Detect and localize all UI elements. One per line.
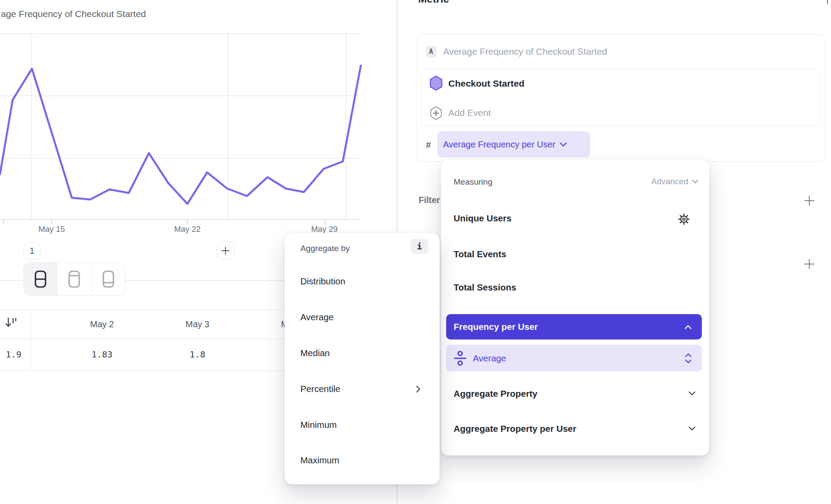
unfold-icon [685, 353, 692, 364]
agg-item-median[interactable]: Median [300, 348, 330, 358]
chevron-down-icon [560, 142, 567, 147]
average-divide-icon [454, 350, 467, 366]
chevron-right-icon [416, 385, 421, 393]
selected-item-label: Frequency per User [454, 322, 538, 332]
table-header-may2[interactable]: May 2 [67, 310, 137, 339]
measure-pill-label: Average Frequency per User [443, 140, 555, 150]
aggregate-property-expand[interactable] [688, 391, 696, 396]
aggregate-property-per-user-expand[interactable] [688, 426, 696, 431]
toggle-bottom-bar[interactable] [92, 262, 125, 295]
add-metric-icon[interactable] [822, 0, 831, 5]
toggle-split-rows[interactable] [24, 262, 57, 295]
add-filter-icon[interactable] [803, 195, 815, 206]
agg-item-percentile[interactable]: Percentile [300, 384, 340, 394]
agg-item-minimum[interactable]: Minimum [300, 420, 337, 430]
layout-bottom-bar-icon [98, 270, 118, 288]
agg-item-maximum[interactable]: Maximum [300, 455, 339, 466]
x-tick-label: May 29 [305, 224, 344, 234]
add-event-label[interactable]: Add Event [448, 108, 491, 118]
chevron-down-icon [688, 391, 696, 396]
agg-item-distribution[interactable]: Distribution [300, 276, 345, 287]
layout-split-horizontal-icon [30, 270, 50, 288]
metric-label-badge: A [426, 46, 436, 57]
advanced-toggle[interactable]: Advanced [651, 177, 699, 186]
menu-item-total-events[interactable]: Total Events [454, 249, 506, 259]
measure-type-prefix: # [426, 140, 431, 150]
advanced-label: Advanced [651, 177, 688, 186]
table-cell-total: 1.9 [0, 339, 27, 371]
table-column-separator [31, 310, 31, 371]
table-sort-button[interactable] [4, 316, 18, 330]
menu-item-aggregate-property-per-user[interactable]: Aggregate Property per User [454, 424, 576, 434]
event-name[interactable]: Checkout Started [448, 78, 525, 89]
measuring-label: Measuring [454, 177, 493, 187]
metric-section-heading: Metric [418, 0, 449, 5]
chart-title: age Frequency of Checkout Started [1, 9, 146, 19]
plus-icon [220, 245, 231, 256]
info-icon[interactable]: i [411, 238, 428, 254]
unique-users-settings-button[interactable] [678, 213, 690, 225]
toggle-top-bar[interactable] [57, 262, 91, 295]
table-cell-may3: 1.8 [162, 339, 232, 371]
line-chart [0, 26, 368, 228]
x-tick-label: May 22 [168, 224, 207, 234]
sub-item-average[interactable]: Average [446, 345, 702, 371]
sort-descending-icon [4, 316, 18, 330]
sub-item-label: Average [473, 353, 506, 364]
aggregate-by-dropdown: Aggregate by i Distribution Average Medi… [285, 233, 440, 484]
table-header-may3[interactable]: May 3 [162, 310, 232, 339]
granularity-value: 1 [29, 246, 34, 256]
add-breakdown-icon[interactable] [803, 258, 815, 270]
filter-section-heading: Filter [419, 195, 440, 205]
x-tick-label: May 15 [32, 224, 71, 234]
chevron-down-icon [688, 426, 696, 431]
menu-item-aggregate-property[interactable]: Aggregate Property [454, 388, 537, 399]
view-layout-toggle-group [23, 262, 125, 296]
menu-item-unique-users[interactable]: Unique Users [454, 213, 511, 224]
agg-item-average[interactable]: Average [300, 312, 334, 322]
measuring-dropdown: Measuring Advanced Unique Users Total Ev… [441, 160, 709, 455]
measure-dropdown-trigger[interactable]: Average Frequency per User [437, 131, 590, 158]
chevron-down-icon [692, 179, 699, 184]
event-hexagon-icon [429, 75, 443, 91]
granularity-input[interactable]: 1 [23, 242, 41, 260]
menu-item-total-sessions[interactable]: Total Sessions [454, 282, 516, 293]
add-event-icon[interactable] [430, 106, 443, 120]
menu-item-frequency-per-user[interactable]: Frequency per User [446, 314, 702, 340]
percentile-submenu-arrow [416, 385, 421, 393]
add-annotation-button[interactable] [217, 242, 234, 259]
metric-title-input[interactable]: Average Frequency of Checkout Started [443, 46, 607, 57]
table-cell-may2: 1.83 [67, 339, 137, 371]
gear-icon [678, 213, 690, 225]
chevron-up-icon [684, 325, 692, 329]
chart-builder-app: age Frequency of Checkout Started May 15… [0, 0, 831, 504]
layout-top-bar-icon [64, 270, 84, 288]
aggregate-by-label: Aggregate by [300, 244, 350, 253]
